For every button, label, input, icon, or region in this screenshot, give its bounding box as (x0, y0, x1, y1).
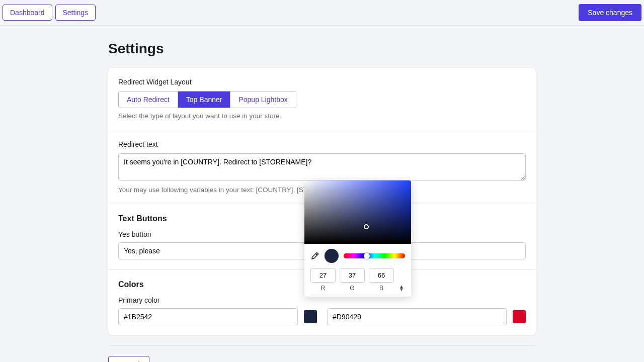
secondary-color-input[interactable] (327, 308, 507, 325)
primary-color-input[interactable] (118, 308, 298, 325)
color-picker-r-label: R (310, 285, 336, 292)
color-picker-g-label: G (340, 285, 365, 292)
page-title: Settings (108, 41, 536, 57)
color-picker-hue-cursor[interactable] (364, 253, 370, 259)
secondary-color-swatch[interactable] (513, 310, 526, 323)
color-picker-saturation-area[interactable] (304, 180, 411, 244)
widget-layout-help: Select the type of layout you want to us… (118, 112, 526, 120)
color-picker-g-input[interactable] (340, 268, 365, 283)
color-picker-b-label: B (369, 285, 394, 292)
primary-color-label: Primary color (118, 296, 526, 304)
color-picker-hue-slider[interactable] (344, 253, 405, 258)
widget-layout-segmented: Auto Redirect Top Banner Popup Lightbox (118, 91, 296, 108)
color-picker-r-input[interactable] (310, 268, 336, 283)
color-picker-mode-toggle-icon[interactable]: ▲▼ (398, 285, 405, 291)
redirect-text-label: Redirect text (118, 140, 526, 148)
eyedropper-icon[interactable] (310, 251, 319, 260)
cancel-button[interactable]: Cancel (108, 356, 149, 362)
color-picker-sv-cursor[interactable] (364, 224, 369, 229)
color-picker-b-input[interactable] (369, 268, 394, 283)
nav-dashboard-button[interactable]: Dashboard (3, 5, 52, 21)
nav-settings-button[interactable]: Settings (55, 5, 96, 21)
save-changes-button[interactable]: Save changes (579, 4, 641, 21)
color-picker-current-swatch (325, 249, 339, 263)
layout-option-popup-lightbox[interactable]: Popup Lightbox (230, 92, 295, 108)
layout-option-top-banner[interactable]: Top Banner (178, 92, 230, 108)
layout-option-auto-redirect[interactable]: Auto Redirect (119, 92, 178, 108)
widget-layout-label: Redirect Widget Layout (118, 78, 526, 86)
color-picker-popover: R G B ▲▼ (304, 180, 411, 297)
primary-color-swatch[interactable] (304, 310, 317, 323)
redirect-text-input[interactable]: It seems you're in [COUNTRY]. Redirect t… (118, 153, 526, 180)
